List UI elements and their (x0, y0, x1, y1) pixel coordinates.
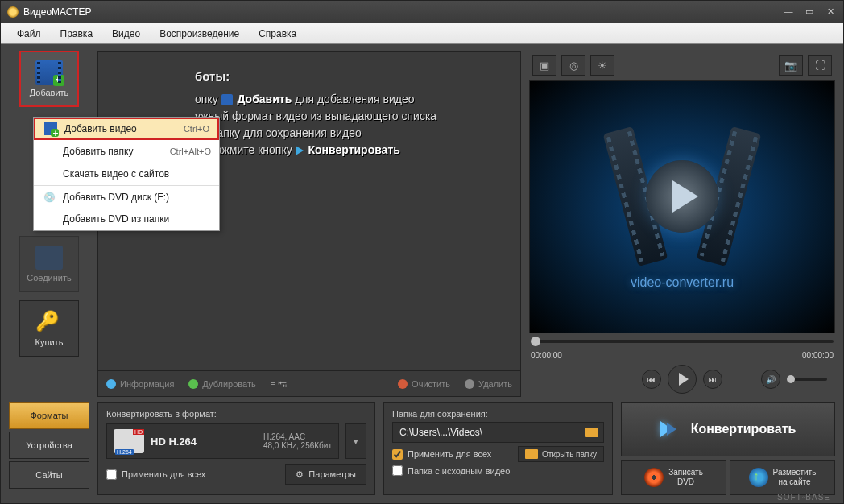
clear-icon (398, 379, 408, 389)
menu-add-video[interactable]: Добавить видео Ctrl+O (34, 118, 219, 140)
app-title: ВидеоМАСТЕР (23, 6, 91, 18)
titlebar: ВидеоМАСТЕР — ▭ ✕ (1, 1, 843, 23)
format-apply-all-checkbox[interactable] (106, 469, 117, 480)
folder-icon (585, 428, 598, 437)
save-label: Папка для сохранения: (392, 409, 604, 419)
instr-line2: ужный формат видео из выпадающего списка (195, 108, 500, 125)
disc-icon (644, 468, 664, 487)
add-inline-icon (221, 94, 233, 105)
menu-file[interactable]: Файл (7, 23, 51, 44)
menu-playback[interactable]: Воспроизведение (150, 23, 249, 44)
app-window: ВидеоМАСТЕР — ▭ ✕ Файл Правка Видео Восп… (0, 0, 844, 504)
clear-button[interactable]: Очистить (398, 379, 450, 389)
play-icon (646, 160, 718, 233)
add-video-icon (43, 122, 58, 136)
format-selector[interactable]: HD H.264 H.264, AAC 48,0 KHz, 256Кбит (106, 423, 339, 459)
add-button[interactable]: Добавить (19, 51, 79, 107)
time-current: 00:00:00 (531, 351, 562, 360)
action-box: Конвертировать ЗаписатьDVD Разместитьна … (621, 402, 835, 495)
play-inline-icon (296, 146, 304, 155)
video-preview[interactable]: video-converter.ru (529, 80, 835, 333)
play-button[interactable] (668, 365, 697, 394)
format-options-button[interactable]: ⚙ Параметры (285, 464, 366, 485)
burn-dvd-button[interactable]: ЗаписатьDVD (621, 460, 726, 495)
preview-placeholder (614, 124, 751, 269)
volume-controls: 🔊 (761, 370, 827, 389)
format-codec: H.264, AAC (263, 432, 332, 441)
instr-line1: опку Добавить для добавления видео (195, 91, 500, 108)
buy-button[interactable]: Купить (19, 300, 79, 357)
sub-actions: ЗаписатьDVD Разместитьна сайте (621, 460, 835, 495)
delete-icon (465, 379, 474, 389)
instr-heading: боты: (195, 68, 500, 86)
key-icon (35, 310, 63, 334)
preview-panel: ▣ ◎ ☀ 📷 ⛶ video-converter.ru 00:00:00 (529, 51, 835, 397)
save-apply-all-checkbox[interactable] (392, 449, 403, 460)
crop-button[interactable]: ▣ (532, 55, 556, 76)
menu-help[interactable]: Справка (249, 23, 306, 44)
add-label: Добавить (30, 88, 69, 97)
format-name: HD H.264 (151, 436, 197, 448)
menu-edit[interactable]: Правка (51, 23, 103, 44)
minimize-button[interactable]: — (782, 6, 795, 17)
seek-slider[interactable] (531, 340, 834, 343)
gear-icon: ⚙ (296, 469, 304, 480)
upload-button[interactable]: Разместитьна сайте (730, 460, 835, 495)
instr-line3: папку для сохранения видео (195, 125, 500, 142)
source-folder-label: Папка с исходным видео (408, 466, 510, 476)
save-source-row: Папка с исходным видео (392, 465, 604, 476)
convert-icon (660, 418, 683, 440)
tab-devices[interactable]: Устройства (9, 432, 89, 459)
dvd-icon: 💿 (42, 190, 56, 204)
browse-folder-button[interactable] (581, 423, 603, 442)
fullscreen-button[interactable]: ⛶ (808, 55, 832, 76)
format-row: HD H.264 H.264, AAC 48,0 KHz, 256Кбит ▾ (106, 423, 366, 459)
open-folder-button[interactable]: Открыть папку (518, 446, 604, 462)
shortcut: Ctrl+O (184, 124, 209, 134)
info-button[interactable]: Информация (106, 379, 174, 389)
menubar: Файл Правка Видео Воспроизведение Справк… (1, 23, 843, 44)
watermark: SOFT◦BASE (777, 493, 830, 502)
save-apply-all-label: Применить для всех (408, 449, 491, 459)
delete-button[interactable]: Удалить (465, 379, 512, 389)
save-path-input[interactable] (393, 427, 581, 438)
join-label: Соединить (27, 273, 72, 283)
player-controls: ⏮ ⏭ 🔊 (529, 361, 835, 397)
close-button[interactable]: ✕ (824, 6, 837, 17)
format-box: Конвертировать в формат: HD H.264 H.264,… (97, 402, 375, 495)
effects-button[interactable]: ◎ (561, 55, 585, 76)
preview-toolbar: ▣ ◎ ☀ 📷 ⛶ (529, 51, 835, 80)
tab-sites[interactable]: Сайты (9, 461, 89, 489)
join-button[interactable]: Соединить (19, 236, 79, 292)
info-icon (106, 379, 116, 389)
next-button[interactable]: ⏭ (703, 370, 722, 389)
mute-button[interactable]: 🔊 (761, 370, 780, 389)
format-label: Конвертировать в формат: (106, 409, 366, 419)
volume-slider[interactable] (787, 378, 827, 381)
tab-formats[interactable]: Форматы (9, 402, 89, 429)
maximize-button[interactable]: ▭ (803, 6, 816, 17)
reorder-controls[interactable]: ≡ ⭾ (271, 379, 287, 389)
save-box: Папка для сохранения: Применить для всех… (383, 402, 613, 495)
app-logo-icon (7, 6, 19, 18)
menu-add-dvd-folder[interactable]: Добавить DVD из папки (34, 208, 219, 230)
format-params: 48,0 KHz, 256Кбит (263, 441, 332, 450)
source-folder-checkbox[interactable] (392, 465, 403, 476)
enhance-button[interactable]: ☀ (590, 55, 614, 76)
duplicate-icon (188, 379, 198, 389)
window-controls: — ▭ ✕ (782, 6, 837, 17)
convert-button[interactable]: Конвертировать (621, 402, 835, 456)
shortcut: Ctrl+Alt+O (170, 147, 211, 156)
menu-download-sites[interactable]: Скачать видео с сайтов (34, 163, 219, 185)
duplicate-button[interactable]: Дублировать (188, 379, 255, 389)
globe-icon (749, 468, 768, 487)
menu-video[interactable]: Видео (102, 23, 150, 44)
menu-add-dvd-disc[interactable]: 💿 Добавить DVD диск (F:) (34, 185, 219, 208)
add-video-icon (35, 60, 63, 85)
save-apply-row: Применить для всех Открыть папку (392, 446, 604, 462)
format-dropdown-button[interactable]: ▾ (345, 423, 366, 459)
snapshot-button[interactable]: 📷 (779, 55, 803, 76)
list-toolbar: Информация Дублировать ≡ ⭾ Очистить Удал… (98, 370, 520, 396)
prev-button[interactable]: ⏮ (642, 370, 661, 389)
menu-add-folder[interactable]: Добавить папку Ctrl+Alt+O (34, 140, 219, 163)
